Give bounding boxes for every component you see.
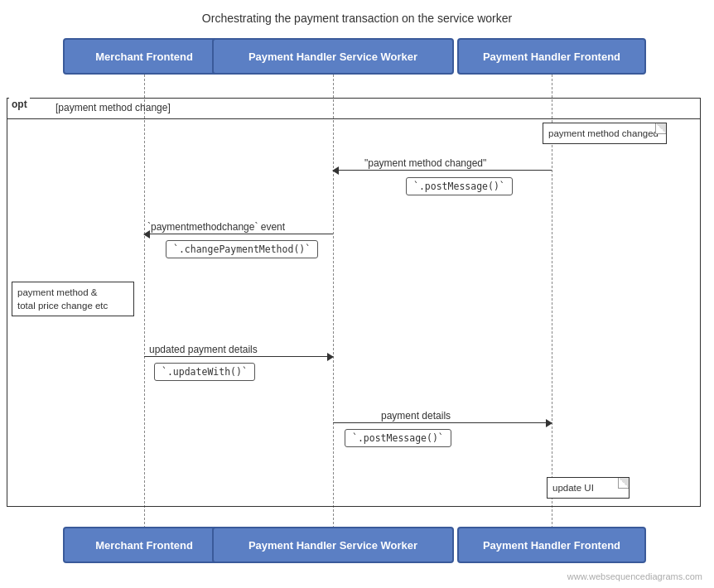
diagram-title: Orchestrating the payment transaction on… <box>0 12 714 25</box>
actor-serviceworker-top: Payment Handler Service Worker <box>212 38 454 75</box>
arrow-method-changed-label: "payment method changed" <box>364 157 486 169</box>
arrow-paymentmethodchange <box>144 234 333 234</box>
actor-frontend-bottom: Payment Handler Frontend <box>457 527 646 563</box>
diagram-container: Orchestrating the payment transaction on… <box>0 0 714 588</box>
method-postmessage-2: `.postMessage()` <box>345 429 451 447</box>
arrow-payment-details <box>333 422 552 423</box>
arrow-payment-details-label: payment details <box>381 410 451 422</box>
note-payment-method: payment method & total price change etc <box>12 282 134 316</box>
method-updateWith: `.updateWith()` <box>154 363 255 381</box>
arrow-paymentmethodchange-label: `paymentmethodchange` event <box>147 221 285 233</box>
arrow-updated-payment-label: updated payment details <box>149 344 258 355</box>
watermark: www.websequencediagrams.com <box>567 571 702 581</box>
note-method-changed: payment method changed <box>543 123 667 144</box>
arrow-method-changed <box>333 170 552 171</box>
actor-merchant-bottom: Merchant Frontend <box>63 527 225 563</box>
opt-condition: [payment method change] <box>55 102 171 113</box>
actor-frontend-top: Payment Handler Frontend <box>457 38 646 75</box>
opt-label: opt <box>9 98 30 111</box>
actor-serviceworker-bottom: Payment Handler Service Worker <box>212 527 454 563</box>
arrow-updated-payment <box>144 356 333 357</box>
actor-merchant-top: Merchant Frontend <box>63 38 225 75</box>
note-update-ui: update UI <box>547 477 630 499</box>
method-changePaymentMethod: `.changePaymentMethod()` <box>166 240 318 258</box>
method-postmessage-1: `.postMessage()` <box>406 177 513 195</box>
